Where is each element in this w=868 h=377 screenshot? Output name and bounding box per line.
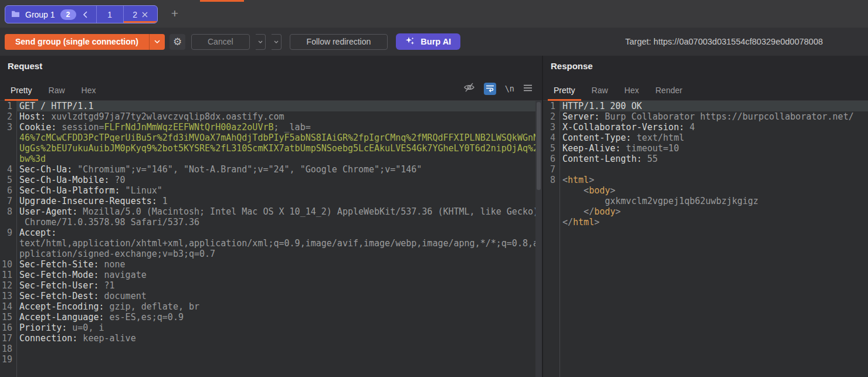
tab-group-count-badge: 2 [60,9,76,20]
request-editor[interactable]: 1GET / HTTP/1.12Host: xuvlzdtgd97ja77ty2… [0,101,542,377]
code-row: 1GET / HTTP/1.1 [0,101,535,111]
code-row: 3X-Collaborator-Version: 4 [543,122,868,133]
response-panel-header: Response PrettyRawHexRender [543,56,868,101]
code-row: 10Sec-Fetch-Site: none [0,259,535,270]
line-number: 2 [543,111,560,122]
code-row: gxkmvclm2vgpej1qb62uwbzjkgigz [543,196,868,206]
gear-icon[interactable]: ⚙ [169,34,185,50]
request-scrollbar-thumb[interactable] [537,102,541,190]
line-number [543,196,560,206]
code-row: 5Sec-Ch-Ua-Mobile: ?0 [0,175,535,185]
history-back-group [256,34,266,50]
line-number: 11 [0,270,16,280]
response-panel: Response PrettyRawHexRender 1HTTP/1.1 20… [543,56,868,377]
send-group-split-button: Send group (single connection) [5,34,165,50]
line-number: 8 [543,175,560,185]
code-row: <body> [543,185,868,196]
code-row: 46%7cMCwCFDD3PcTPqerUiBu5r%2fd3iMVOaX7mA… [0,133,535,143]
code-row: pplication/signed-exchange;v=b3;q=0.7 [0,249,535,259]
request-scrollbar[interactable] [535,101,542,377]
code-row: 8User-Agent: Mozilla/5.0 (Macintosh; Int… [0,206,535,217]
line-number: 10 [0,259,16,270]
line-number: 5 [543,143,560,154]
line-number: 12 [0,280,16,291]
code-row: 18 [0,344,535,354]
code-row: 12Sec-Fetch-User: ?1 [0,280,535,291]
tab-group-header[interactable]: Group 1 2 [5,6,96,23]
line-number [0,154,16,164]
tab-2-label: 2 [133,10,137,19]
code-row: 1HTTP/1.1 200 OK [543,101,868,111]
code-row: 19 [0,354,535,365]
forward-dropdown[interactable] [272,34,282,50]
tab-group-label: Group 1 [25,10,55,19]
line-number: 5 [0,175,16,185]
send-options-dropdown[interactable] [149,34,165,50]
line-number: 16 [0,322,16,333]
history-forward-group [272,34,282,50]
code-row: 11Sec-Fetch-Mode: navigate [0,270,535,280]
line-number: 18 [0,344,16,354]
line-number: 8 [0,206,16,217]
code-row: 6Sec-Ch-Ua-Platform: "Linux" [0,185,535,196]
line-number: 1 [0,101,16,111]
code-row: 6Content-Length: 55 [543,154,868,164]
tab-pretty[interactable]: Pretty [548,81,581,101]
line-number [0,143,16,154]
hamburger-menu-icon[interactable] [523,83,533,94]
code-row: 4Sec-Ch-Ua: "Chromium";v="146", "Not-A.B… [0,164,535,175]
tab-hex[interactable]: Hex [76,81,102,101]
tab-2[interactable]: 2 [123,6,157,23]
line-number: 14 [0,301,16,312]
line-number: 3 [543,122,560,133]
active-main-tab-underline [200,0,244,2]
eye-off-icon[interactable] [463,82,475,95]
burp-ai-button[interactable]: Burp AI [396,33,460,50]
line-number: 2 [0,111,16,122]
line-number: 4 [0,164,16,175]
code-row: 13Sec-Fetch-Dest: document [0,291,535,301]
line-number: 3 [0,122,16,133]
line-number [0,238,16,249]
tab-pretty[interactable]: Pretty [5,81,38,101]
line-number: 13 [0,291,16,301]
tab-raw[interactable]: Raw [586,81,614,101]
send-group-button[interactable]: Send group (single connection) [5,34,149,50]
cancel-button[interactable]: Cancel [191,34,250,50]
word-wrap-icon[interactable] [484,83,496,95]
line-number [543,206,560,217]
response-editor[interactable]: 1HTTP/1.1 200 OK2Server: Burp Collaborat… [543,101,868,377]
code-row: 2Server: Burp Collaborator https://burpc… [543,111,868,122]
repeater-toolbar: Send group (single connection) ⚙ Cancel … [0,28,868,56]
code-row: 14Accept-Encoding: gzip, deflate, br [0,301,535,312]
close-icon[interactable] [142,10,148,19]
request-view-tabs: PrettyRawHex [2,81,104,101]
folder-icon [11,9,20,20]
tab-group: Group 1 2 1 2 [5,5,158,23]
line-number: 15 [0,312,16,322]
code-row: 2Host: xuvlzdtgd97ja77ty2wlavczvqlip8dx.… [0,111,535,122]
follow-redirection-button[interactable]: Follow redirection [290,34,388,50]
code-row: 5Keep-Alive: timeout=10 [543,143,868,154]
burp-ai-label: Burp AI [421,37,451,46]
line-number: 17 [0,333,16,344]
response-view-tabs: PrettyRawHexRender [545,81,690,101]
code-row: 7 [543,164,868,175]
line-number: 7 [0,196,16,206]
line-number: 1 [543,101,560,111]
tab-raw[interactable]: Raw [43,81,71,101]
chevron-left-icon[interactable] [82,11,89,18]
line-number: 19 [0,354,16,365]
show-newlines-icon[interactable]: \n [505,84,514,93]
tab-1[interactable]: 1 [96,6,123,23]
line-number [543,185,560,196]
line-number: 6 [543,154,560,164]
tab-hex[interactable]: Hex [619,81,645,101]
code-row: 3Cookie: session=FLFrNdJnMmWqzEEFWNtQrH0… [0,122,535,133]
back-dropdown[interactable] [256,34,266,50]
tab-render[interactable]: Render [650,81,689,101]
line-number [0,217,16,227]
add-tab-button[interactable]: + [168,6,181,21]
code-row: 9Accept: [0,227,535,238]
line-number: 7 [543,164,560,175]
